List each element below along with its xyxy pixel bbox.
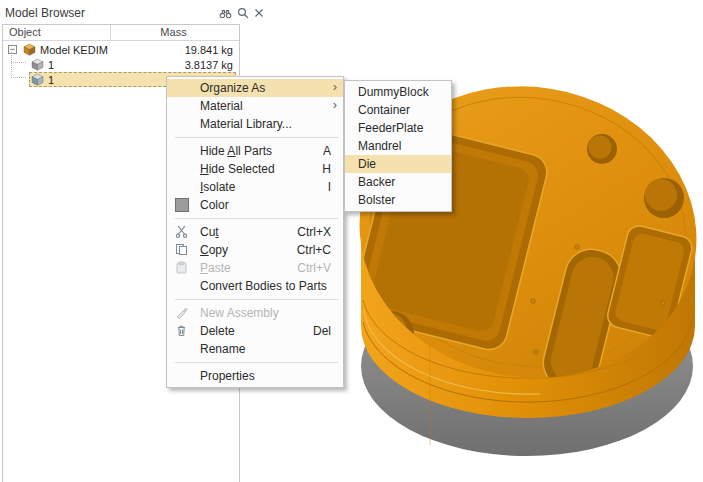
menu-shortcut: I	[328, 178, 331, 196]
menu-item-label: Color	[200, 198, 229, 212]
menu-shortcut: A	[323, 142, 331, 160]
context-menu: Organize As›Material›Material Library...…	[166, 76, 344, 388]
panel-title: Model Browser	[5, 6, 85, 20]
expand-collapse-box[interactable]: −	[8, 45, 17, 54]
menu-item-label: Convert Bodies to Parts	[200, 279, 327, 293]
menu-item-new-assembly[interactable]: New Assembly	[167, 304, 343, 322]
menu-item-label: Paste	[200, 261, 231, 275]
menu-shortcut: Ctrl+V	[297, 259, 331, 277]
menu-shortcut: H	[322, 160, 331, 178]
column-header-mass[interactable]: Mass	[110, 26, 237, 38]
cut-icon	[175, 225, 189, 239]
submenu-item-container[interactable]: Container	[345, 101, 451, 119]
menu-item-label: Copy	[200, 243, 228, 257]
menu-shortcut: Ctrl+X	[297, 223, 331, 241]
tree-item-mass: 3.8137 kg	[185, 59, 233, 71]
column-header-object[interactable]: Object	[9, 26, 41, 38]
menu-item-copy[interactable]: CopyCtrl+C	[167, 241, 343, 259]
model-assembly-icon	[23, 43, 36, 56]
menu-item-label: Rename	[200, 342, 245, 356]
panel-toolbar	[219, 7, 264, 19]
menu-item-hide-all-parts[interactable]: Hide All PartsA	[167, 142, 343, 160]
menu-item-label: Delete	[200, 324, 235, 338]
copy-icon	[175, 243, 189, 257]
menu-item-label: Material Library...	[200, 117, 292, 131]
menu-item-hide-selected[interactable]: Hide SelectedH	[167, 160, 343, 178]
submenu-item-die[interactable]: Die	[345, 155, 451, 173]
menu-item-label: Hide Selected	[200, 162, 275, 176]
new-assembly-icon	[175, 306, 189, 320]
menu-shortcut: Del	[313, 322, 331, 340]
menu-item-label: Cut	[200, 225, 219, 239]
tree-item-label: 1	[48, 59, 54, 71]
part-cube-gray-icon	[31, 58, 44, 71]
submenu-arrow-icon: ›	[333, 96, 337, 114]
menu-item-delete[interactable]: DeleteDel	[167, 322, 343, 340]
part-cube-blue-icon	[31, 73, 44, 86]
menu-item-label: Hide All Parts	[200, 144, 272, 158]
menu-item-organize-as[interactable]: Organize As›	[167, 79, 343, 97]
paste-icon	[175, 261, 189, 275]
menu-separator	[175, 218, 338, 219]
submenu-arrow-icon: ›	[333, 78, 337, 96]
tree-column-header[interactable]: Object Mass	[3, 25, 239, 41]
menu-item-material-library[interactable]: Material Library...	[167, 115, 343, 133]
submenu-item-dummyblock[interactable]: DummyBlock	[345, 83, 451, 101]
close-icon[interactable]	[254, 8, 264, 18]
submenu-item-feederplate[interactable]: FeederPlate	[345, 119, 451, 137]
menu-item-label: Properties	[200, 369, 255, 383]
menu-item-properties[interactable]: Properties	[167, 367, 343, 385]
tree-connector-line	[11, 52, 12, 78]
submenu-item-backer[interactable]: Backer	[345, 173, 451, 191]
menu-item-color[interactable]: Color	[167, 196, 343, 214]
menu-separator	[175, 299, 338, 300]
tree-row-1-1[interactable]: 13.8137 kg	[3, 57, 237, 72]
menu-item-label: Isolate	[200, 180, 235, 194]
menu-separator	[175, 362, 338, 363]
zoom-icon[interactable]	[237, 7, 249, 19]
menu-item-label: Organize As	[200, 81, 265, 95]
menu-item-paste[interactable]: PasteCtrl+V	[167, 259, 343, 277]
menu-item-isolate[interactable]: IsolateI	[167, 178, 343, 196]
tree-connector-line	[11, 77, 26, 78]
menu-item-material[interactable]: Material›	[167, 97, 343, 115]
color-swatch-icon	[175, 198, 189, 212]
menu-separator	[175, 137, 338, 138]
menu-item-rename[interactable]: Rename	[167, 340, 343, 358]
menu-shortcut: Ctrl+C	[297, 241, 331, 259]
menu-item-convert-bodies-to-parts[interactable]: Convert Bodies to Parts	[167, 277, 343, 295]
tree-item-label: 1	[48, 74, 54, 86]
submenu-item-bolster[interactable]: Bolster	[345, 191, 451, 209]
tree-item-label: Model KEDIM	[40, 44, 108, 56]
menu-item-cut[interactable]: CutCtrl+X	[167, 223, 343, 241]
find-icon[interactable]	[219, 8, 232, 19]
tree-connector-line	[11, 62, 26, 63]
submenu-item-mandrel[interactable]: Mandrel	[345, 137, 451, 155]
delete-icon	[175, 324, 189, 338]
menu-item-label: New Assembly	[200, 306, 279, 320]
organize-as-submenu: DummyBlockContainerFeederPlateMandrelDie…	[344, 80, 452, 212]
tree-item-mass: 19.841 kg	[185, 44, 233, 56]
menu-item-label: Material	[200, 99, 243, 113]
tree-row-model-kedim-0[interactable]: −Model KEDIM19.841 kg	[3, 42, 237, 57]
